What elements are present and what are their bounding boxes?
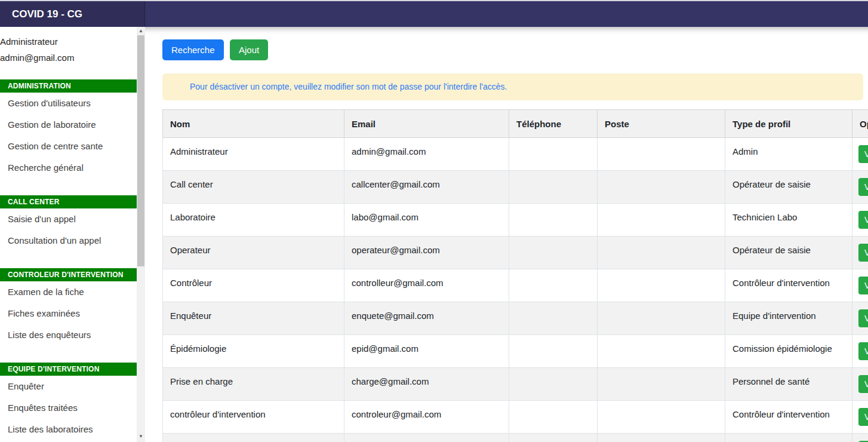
cell-telephone [509,138,598,171]
sidebar-item[interactable]: Liste des laboratoires [0,419,137,440]
column-header: Email [344,110,509,138]
cell-profil: Opérateur de saisie [725,171,852,204]
cell-nom: contrôleur d'intervention [163,401,344,434]
view-button[interactable]: Voir [858,408,868,426]
sidebar-section-header: CONTROLEUR D'INTERVENTION [0,268,137,281]
view-button[interactable]: Voir [858,211,868,229]
cell-nom: Enquêteur [163,302,344,335]
sidebar-content: Administrateur admin@gmail.com ADMINISTR… [0,27,137,442]
add-button[interactable]: Ajout [230,39,268,60]
cell-profil: Technicien Labo [725,204,852,237]
sidebar-item[interactable]: Saisie d'un appel [0,208,137,230]
sidebar-item[interactable]: Gestion d'utilisateurs [0,93,137,114]
scroll-up-icon[interactable]: ▲ [137,27,145,35]
cell-email: enquete@gmail.com [344,302,509,335]
window-top-edge [0,0,868,1]
cell-email: epid@gmail.com [344,335,509,368]
cell-poste [598,171,725,204]
sidebar-scrollbar[interactable]: ▲ ▼ [137,27,145,442]
scroll-down-icon[interactable]: ▼ [137,432,145,441]
cell-options: VoirModifier [852,368,868,401]
cell-options: VoirModifier [852,237,868,269]
sidebar-item[interactable]: Consultation d'un appel [0,230,137,251]
app-title: COVID 19 - CG [0,1,145,27]
sidebar-item[interactable]: Gestion de laboratoire [0,114,137,136]
cell-telephone: 000000050 [509,434,598,442]
sidebar-item[interactable]: Gestion de centre sante [0,136,137,157]
alert-message: Pour désactiver un compte, veuillez modi… [190,82,507,91]
column-header: Options [852,110,868,138]
search-button[interactable]: Recherche [162,39,224,60]
sidebar-section-header: CALL CENTER [0,195,137,208]
column-header: Poste [598,110,725,138]
cell-nom: Call center [163,171,344,204]
sidebar-item[interactable]: Enquêtes traitées [0,397,137,419]
cell-telephone [509,269,598,302]
cell-poste [598,368,725,401]
table-row: Operateuroperateur@gmail.comOpérateur de… [163,237,868,269]
sidebar-item[interactable]: Liste des enquêteurs [0,324,137,346]
cell-options: VoirModifier [852,269,868,302]
cell-email: labo@gmail.com [344,204,509,237]
cell-options: VoirModifier [852,335,868,368]
table-row: Enquêteurenquete@gmail.comEquipe d'inter… [163,302,868,335]
cell-email: admin@gmail.com [344,138,509,171]
column-header: Type de profil [725,110,852,138]
users-table-body: Administrateuradmin@gmail.comAdminVoirMo… [163,138,868,442]
cell-nom: Operateur [163,237,344,269]
cell-options: VoirModifier [852,401,868,434]
cell-options: VoirModifier [852,204,868,237]
cell-telephone [509,401,598,434]
column-header: Téléphone [509,110,598,138]
user-name: Administrateur [0,33,137,50]
cell-profil: Opérateur de saisie [725,237,852,269]
cell-poste [598,204,725,237]
cell-poste [598,237,725,269]
view-button[interactable]: Voir [858,145,868,163]
cell-poste [598,335,725,368]
view-button[interactable]: Voir [858,309,868,327]
table-row: contrôleur d'interventioncontroleur@gmai… [163,401,868,434]
scrollbar-thumb[interactable] [137,35,144,266]
cell-options: VoirModifier [852,434,868,442]
cell-nom: Contrôleur [163,269,344,302]
cell-telephone [509,335,598,368]
table-row: Administrateuradmin@gmail.comAdminVoirMo… [163,138,868,171]
view-button[interactable]: Voir [858,375,868,393]
view-button[interactable]: Voir [858,277,868,294]
sidebar-sections: ADMINISTRATIONGestion d'utilisateursGest… [0,79,137,440]
sidebar-item[interactable]: Fiches examinées [0,303,137,324]
sidebar-item[interactable]: Recherche général [0,157,137,179]
cell-profil: Contrôleur d'intervention [725,269,852,302]
cell-profil: Equipe d'intervention [725,302,852,335]
cell-profil: Personnel de santé [725,368,852,401]
toolbar: Recherche Ajout [145,27,868,60]
user-email: admin@gmail.com [0,50,137,66]
view-button[interactable]: Voir [858,178,868,196]
cell-poste: saisie [598,434,725,442]
view-button[interactable]: Voir [858,244,868,262]
sidebar-item[interactable]: Enquêter [0,376,137,397]
header-bar [145,1,868,27]
cell-telephone [509,237,598,269]
table-row: Épidémiologieepid@gmail.comComission épi… [163,335,868,368]
main-content: Recherche Ajout Pour désactiver un compt… [145,27,868,442]
cell-poste [598,138,725,171]
table-row: Call centercallcenter@gmail.comOpérateur… [163,171,868,204]
table-row: Laboratoirelabo@gmail.comTechnicien Labo… [163,204,868,237]
cell-poste [598,269,725,302]
cell-options: VoirModifier [852,138,868,171]
table-row: Prise en chargecharge@gmail.comPersonnel… [163,368,868,401]
cell-poste [598,302,725,335]
cell-profil: Contrôleur d'intervention [725,401,852,434]
cell-profil: Comission épidémiologie [725,335,852,368]
cell-nom: Laboratoire [163,204,344,237]
cell-profil: Opérateur de saisie [725,434,852,442]
cell-telephone [509,368,598,401]
cell-email: controleur@gmail.com [344,401,509,434]
sidebar-item[interactable]: Examen de la fiche [0,281,137,303]
view-button[interactable]: Voir [858,342,868,360]
sidebar-section-header: EQUIPE D'INTERVENTION [0,363,137,376]
column-header: Nom [163,110,344,138]
cell-nom: Prise en charge [163,368,344,401]
